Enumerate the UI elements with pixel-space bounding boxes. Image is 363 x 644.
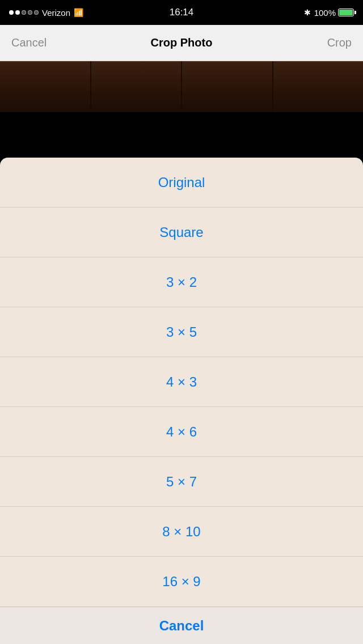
nav-crop-button[interactable]: Crop: [327, 36, 352, 49]
status-right: ✱ 100%: [304, 8, 354, 18]
crop-option-label-7: 8 × 10: [162, 524, 200, 540]
status-bar: Verizon 📶 16:14 ✱ 100%: [0, 0, 363, 25]
crop-option-7[interactable]: 8 × 10: [0, 507, 363, 557]
battery-fill: [339, 10, 353, 15]
signal-dot-2: [15, 10, 20, 15]
crop-option-1[interactable]: Square: [0, 207, 363, 257]
action-sheet: OriginalSquare3 × 23 × 54 × 34 × 65 × 78…: [0, 158, 363, 644]
crop-option-label-0: Original: [158, 175, 205, 190]
photo-strip: [0, 61, 363, 112]
crop-option-label-5: 4 × 6: [166, 424, 197, 440]
nav-cancel-button[interactable]: Cancel: [11, 36, 47, 49]
signal-dot-5: [34, 10, 39, 15]
wifi-icon: 📶: [74, 8, 83, 17]
status-time: 16:14: [170, 7, 194, 18]
carrier-label: Verizon: [42, 8, 70, 18]
crop-option-label-8: 16 × 9: [162, 574, 200, 590]
crop-option-3[interactable]: 3 × 5: [0, 307, 363, 357]
crop-option-4[interactable]: 4 × 3: [0, 357, 363, 407]
crop-option-5[interactable]: 4 × 6: [0, 407, 363, 457]
sheet-cancel-label: Cancel: [159, 618, 204, 634]
nav-bar: Cancel Crop Photo Crop: [0, 25, 363, 61]
battery-percent: 100%: [314, 8, 336, 18]
crop-option-0[interactable]: Original: [0, 158, 363, 207]
status-left: Verizon 📶: [9, 8, 83, 18]
crop-option-label-4: 4 × 3: [166, 374, 197, 390]
nav-title: Crop Photo: [151, 36, 213, 49]
bluetooth-icon: ✱: [304, 8, 311, 17]
crop-option-label-3: 3 × 5: [166, 324, 197, 340]
crop-option-label-2: 3 × 2: [166, 274, 197, 290]
sheet-options-list: OriginalSquare3 × 23 × 54 × 34 × 65 × 78…: [0, 158, 363, 607]
battery-container: 100%: [314, 8, 354, 18]
crop-option-label-1: Square: [159, 224, 203, 240]
crop-option-6[interactable]: 5 × 7: [0, 457, 363, 507]
signal-dot-4: [28, 10, 32, 15]
sheet-cancel-button[interactable]: Cancel: [0, 607, 363, 644]
crop-option-label-6: 5 × 7: [166, 474, 197, 490]
signal-dots: [9, 10, 39, 15]
photo-segment-3: [182, 61, 273, 112]
crop-option-8[interactable]: 16 × 9: [0, 557, 363, 607]
photo-segment-2: [91, 61, 183, 112]
photo-segment-4: [273, 61, 364, 112]
signal-dot-3: [22, 10, 26, 15]
photo-segment-1: [0, 61, 91, 112]
signal-dot-1: [9, 10, 14, 15]
crop-option-2[interactable]: 3 × 2: [0, 257, 363, 307]
photo-area: [0, 61, 363, 112]
battery-icon: [338, 9, 354, 16]
